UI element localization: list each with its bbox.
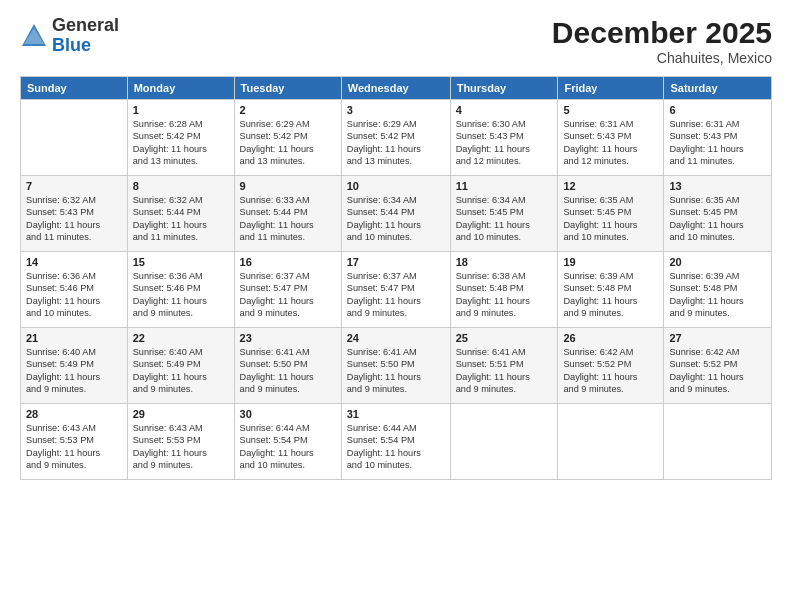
day-info: Sunrise: 6:36 AMSunset: 5:46 PMDaylight:… — [26, 270, 122, 320]
col-wednesday: Wednesday — [341, 77, 450, 100]
day-number: 17 — [347, 256, 445, 268]
day-info: Sunrise: 6:34 AMSunset: 5:44 PMDaylight:… — [347, 194, 445, 244]
day-number: 7 — [26, 180, 122, 192]
col-thursday: Thursday — [450, 77, 558, 100]
day-number: 18 — [456, 256, 553, 268]
day-info: Sunrise: 6:32 AMSunset: 5:44 PMDaylight:… — [133, 194, 229, 244]
month-title: December 2025 — [552, 16, 772, 50]
calendar-header-row: Sunday Monday Tuesday Wednesday Thursday… — [21, 77, 772, 100]
day-info: Sunrise: 6:40 AMSunset: 5:49 PMDaylight:… — [133, 346, 229, 396]
col-friday: Friday — [558, 77, 664, 100]
calendar-week-row: 7Sunrise: 6:32 AMSunset: 5:43 PMDaylight… — [21, 176, 772, 252]
table-row: 13Sunrise: 6:35 AMSunset: 5:45 PMDayligh… — [664, 176, 772, 252]
day-number: 2 — [240, 104, 336, 116]
day-info: Sunrise: 6:35 AMSunset: 5:45 PMDaylight:… — [563, 194, 658, 244]
day-number: 19 — [563, 256, 658, 268]
header: General Blue December 2025 Chahuites, Me… — [20, 16, 772, 66]
day-number: 3 — [347, 104, 445, 116]
day-number: 16 — [240, 256, 336, 268]
table-row — [558, 404, 664, 480]
logo-general: General — [52, 15, 119, 35]
day-info: Sunrise: 6:38 AMSunset: 5:48 PMDaylight:… — [456, 270, 553, 320]
day-number: 8 — [133, 180, 229, 192]
table-row: 23Sunrise: 6:41 AMSunset: 5:50 PMDayligh… — [234, 328, 341, 404]
table-row: 6Sunrise: 6:31 AMSunset: 5:43 PMDaylight… — [664, 100, 772, 176]
table-row: 27Sunrise: 6:42 AMSunset: 5:52 PMDayligh… — [664, 328, 772, 404]
table-row — [450, 404, 558, 480]
table-row: 15Sunrise: 6:36 AMSunset: 5:46 PMDayligh… — [127, 252, 234, 328]
day-number: 5 — [563, 104, 658, 116]
day-number: 21 — [26, 332, 122, 344]
table-row: 29Sunrise: 6:43 AMSunset: 5:53 PMDayligh… — [127, 404, 234, 480]
day-info: Sunrise: 6:43 AMSunset: 5:53 PMDaylight:… — [26, 422, 122, 472]
day-info: Sunrise: 6:31 AMSunset: 5:43 PMDaylight:… — [563, 118, 658, 168]
day-number: 26 — [563, 332, 658, 344]
col-sunday: Sunday — [21, 77, 128, 100]
day-info: Sunrise: 6:41 AMSunset: 5:50 PMDaylight:… — [347, 346, 445, 396]
table-row: 19Sunrise: 6:39 AMSunset: 5:48 PMDayligh… — [558, 252, 664, 328]
table-row: 8Sunrise: 6:32 AMSunset: 5:44 PMDaylight… — [127, 176, 234, 252]
day-number: 25 — [456, 332, 553, 344]
day-info: Sunrise: 6:36 AMSunset: 5:46 PMDaylight:… — [133, 270, 229, 320]
day-info: Sunrise: 6:39 AMSunset: 5:48 PMDaylight:… — [563, 270, 658, 320]
table-row: 18Sunrise: 6:38 AMSunset: 5:48 PMDayligh… — [450, 252, 558, 328]
day-info: Sunrise: 6:32 AMSunset: 5:43 PMDaylight:… — [26, 194, 122, 244]
day-number: 1 — [133, 104, 229, 116]
day-number: 30 — [240, 408, 336, 420]
table-row: 22Sunrise: 6:40 AMSunset: 5:49 PMDayligh… — [127, 328, 234, 404]
day-number: 13 — [669, 180, 766, 192]
calendar-table: Sunday Monday Tuesday Wednesday Thursday… — [20, 76, 772, 480]
day-info: Sunrise: 6:35 AMSunset: 5:45 PMDaylight:… — [669, 194, 766, 244]
day-info: Sunrise: 6:43 AMSunset: 5:53 PMDaylight:… — [133, 422, 229, 472]
location: Chahuites, Mexico — [552, 50, 772, 66]
day-number: 4 — [456, 104, 553, 116]
calendar-week-row: 14Sunrise: 6:36 AMSunset: 5:46 PMDayligh… — [21, 252, 772, 328]
table-row: 11Sunrise: 6:34 AMSunset: 5:45 PMDayligh… — [450, 176, 558, 252]
day-number: 27 — [669, 332, 766, 344]
table-row: 3Sunrise: 6:29 AMSunset: 5:42 PMDaylight… — [341, 100, 450, 176]
day-number: 11 — [456, 180, 553, 192]
day-info: Sunrise: 6:42 AMSunset: 5:52 PMDaylight:… — [563, 346, 658, 396]
day-info: Sunrise: 6:40 AMSunset: 5:49 PMDaylight:… — [26, 346, 122, 396]
day-info: Sunrise: 6:31 AMSunset: 5:43 PMDaylight:… — [669, 118, 766, 168]
table-row: 21Sunrise: 6:40 AMSunset: 5:49 PMDayligh… — [21, 328, 128, 404]
logo-blue: Blue — [52, 35, 91, 55]
day-info: Sunrise: 6:29 AMSunset: 5:42 PMDaylight:… — [240, 118, 336, 168]
day-number: 15 — [133, 256, 229, 268]
table-row: 2Sunrise: 6:29 AMSunset: 5:42 PMDaylight… — [234, 100, 341, 176]
day-info: Sunrise: 6:41 AMSunset: 5:50 PMDaylight:… — [240, 346, 336, 396]
day-number: 12 — [563, 180, 658, 192]
day-info: Sunrise: 6:34 AMSunset: 5:45 PMDaylight:… — [456, 194, 553, 244]
calendar-week-row: 1Sunrise: 6:28 AMSunset: 5:42 PMDaylight… — [21, 100, 772, 176]
logo-icon — [20, 22, 48, 50]
day-number: 20 — [669, 256, 766, 268]
col-saturday: Saturday — [664, 77, 772, 100]
table-row: 1Sunrise: 6:28 AMSunset: 5:42 PMDaylight… — [127, 100, 234, 176]
day-number: 22 — [133, 332, 229, 344]
day-number: 28 — [26, 408, 122, 420]
table-row: 25Sunrise: 6:41 AMSunset: 5:51 PMDayligh… — [450, 328, 558, 404]
day-info: Sunrise: 6:41 AMSunset: 5:51 PMDaylight:… — [456, 346, 553, 396]
table-row: 20Sunrise: 6:39 AMSunset: 5:48 PMDayligh… — [664, 252, 772, 328]
day-number: 9 — [240, 180, 336, 192]
table-row: 14Sunrise: 6:36 AMSunset: 5:46 PMDayligh… — [21, 252, 128, 328]
logo: General Blue — [20, 16, 119, 56]
day-info: Sunrise: 6:29 AMSunset: 5:42 PMDaylight:… — [347, 118, 445, 168]
svg-marker-1 — [24, 28, 44, 44]
day-number: 31 — [347, 408, 445, 420]
day-number: 24 — [347, 332, 445, 344]
table-row — [664, 404, 772, 480]
table-row: 24Sunrise: 6:41 AMSunset: 5:50 PMDayligh… — [341, 328, 450, 404]
col-monday: Monday — [127, 77, 234, 100]
table-row: 17Sunrise: 6:37 AMSunset: 5:47 PMDayligh… — [341, 252, 450, 328]
day-number: 14 — [26, 256, 122, 268]
table-row: 30Sunrise: 6:44 AMSunset: 5:54 PMDayligh… — [234, 404, 341, 480]
table-row: 31Sunrise: 6:44 AMSunset: 5:54 PMDayligh… — [341, 404, 450, 480]
table-row: 4Sunrise: 6:30 AMSunset: 5:43 PMDaylight… — [450, 100, 558, 176]
table-row: 12Sunrise: 6:35 AMSunset: 5:45 PMDayligh… — [558, 176, 664, 252]
table-row: 9Sunrise: 6:33 AMSunset: 5:44 PMDaylight… — [234, 176, 341, 252]
day-number: 23 — [240, 332, 336, 344]
day-number: 6 — [669, 104, 766, 116]
calendar-page: General Blue December 2025 Chahuites, Me… — [0, 0, 792, 612]
table-row: 16Sunrise: 6:37 AMSunset: 5:47 PMDayligh… — [234, 252, 341, 328]
